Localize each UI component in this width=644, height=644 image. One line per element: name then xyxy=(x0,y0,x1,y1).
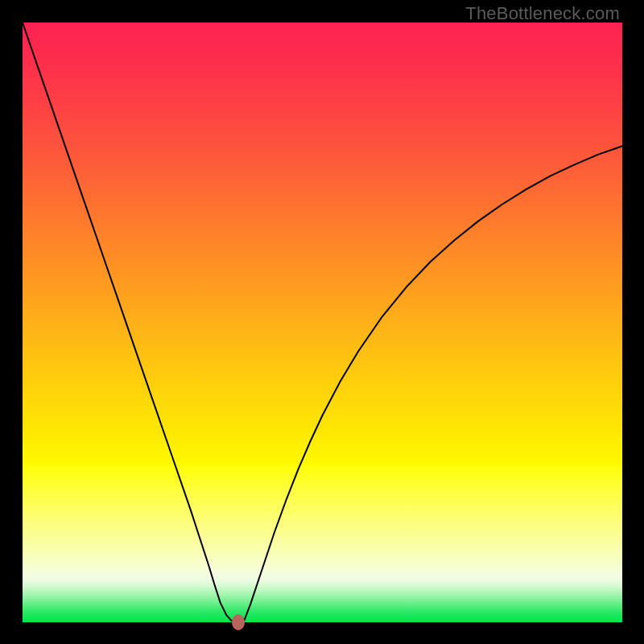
optimal-point-marker xyxy=(232,614,245,630)
curve-layer xyxy=(23,23,622,622)
bottleneck-curve xyxy=(23,23,622,622)
chart-frame: TheBottleneck.com xyxy=(0,0,644,644)
plot-area xyxy=(23,23,622,622)
watermark-text: TheBottleneck.com xyxy=(465,3,620,24)
